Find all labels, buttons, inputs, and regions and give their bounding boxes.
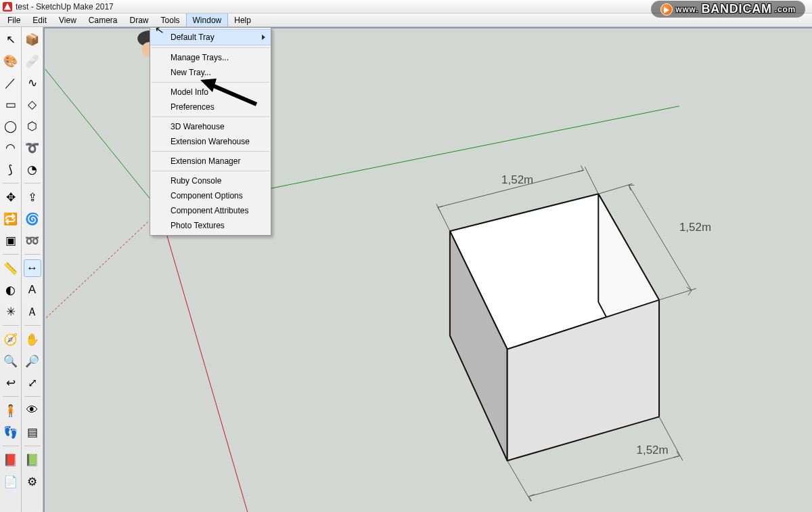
svg-marker-21 [200,79,217,92]
section-plane-tool[interactable]: ▤ [24,423,41,441]
rotated-rectangle-tool[interactable]: ◇ [24,95,41,113]
zoom-extents-tool[interactable]: ⤢ [24,374,41,391]
rectangle-tool[interactable]: ▭ [2,95,20,113]
followme-tool[interactable]: 🌀 [24,210,41,228]
3d-warehouse-tool[interactable]: 📕 [2,451,20,469]
bandicam-watermark: www. BANDICAM .com [651,1,805,18]
pushpull-tool[interactable]: ⇪ [24,188,41,206]
walk-tool[interactable]: 👣 [2,423,20,441]
send-to-layout-tool[interactable]: 📄 [2,473,20,490]
3pt-arc-tool[interactable]: ⟆ [2,161,20,178]
annotation-arrow [199,76,267,110]
window-menu-dropdown: Default TrayManage Trays...New Tray...Mo… [150,27,271,236]
select-tool[interactable]: ↖ [2,30,20,48]
previous-view-tool[interactable]: ↩ [2,374,20,391]
dimension-label-top: 1,52m [501,173,533,186]
menu-item-default-tray[interactable]: Default Tray [150,29,271,45]
3d-text-tool[interactable]: Ａ [24,303,41,320]
menu-view[interactable]: View [53,14,83,26]
move-tool[interactable]: ✥ [2,188,20,206]
svg-line-4 [45,211,160,319]
menu-item-component-attributes[interactable]: Component Attributes [150,203,271,218]
toolbar-column-2: 📦🩹∿◇⬡➰◔⇪🌀➿↔AＡ✋🔎⤢👁▤📗⚙ [22,27,43,512]
arc-tool[interactable]: ◠ [2,139,20,156]
offset-tool[interactable]: ➿ [24,232,41,249]
paint-bucket-tool[interactable]: 🎨 [2,52,20,70]
rotate-tool[interactable]: 🔁 [2,210,20,228]
menu-item-ruby-console[interactable]: Ruby Console [150,173,271,188]
protractor-tool[interactable]: ◐ [2,281,20,299]
orbit-tool[interactable]: 🧭 [2,330,20,348]
scale-tool[interactable]: ▣ [2,232,20,249]
window-title: test - SketchUp Make 2017 [16,2,114,12]
zoom-tool[interactable]: 🔍 [2,352,20,370]
menu-window[interactable]: Window [186,14,229,26]
axes-tool[interactable]: ✳ [2,303,20,320]
bandicam-logo-icon [660,3,673,16]
menu-item-manage-trays[interactable]: Manage Trays... [150,50,271,65]
eraser-tool[interactable]: 🩹 [24,52,41,70]
pie-tool[interactable]: ◔ [24,161,41,178]
dimension-label-right: 1,52m [679,221,711,234]
text-tool[interactable]: A [24,281,41,299]
svg-line-14 [598,184,632,194]
svg-line-20 [209,84,256,104]
line-tool[interactable]: ／ [2,74,20,91]
tape-measure-tool[interactable]: 📏 [2,259,20,277]
workspace: ↖🎨／▭◯◠⟆✥🔁▣📏◐✳🧭🔍↩🧍👣📕📄 📦🩹∿◇⬡➰◔⇪🌀➿↔AＡ✋🔎⤢👁▤📗… [0,27,812,512]
look-around-tool[interactable]: 👁 [24,402,41,419]
svg-line-12 [585,167,598,194]
polygon-tool[interactable]: ⬡ [24,117,41,135]
menu-edit[interactable]: Edit [26,14,53,26]
svg-line-17 [508,461,531,501]
2pt-arc-tool[interactable]: ➰ [24,139,41,156]
menu-item-photo-textures[interactable]: Photo Textures [150,218,271,233]
menu-item-3d-warehouse[interactable]: 3D Warehouse [150,119,271,134]
position-camera-tool[interactable]: 🧍 [2,402,20,419]
extension-manager-tool[interactable]: ⚙ [24,473,41,490]
submenu-caret-icon [262,35,265,40]
menu-draw[interactable]: Draw [124,14,155,26]
menu-item-component-options[interactable]: Component Options [150,188,271,203]
dimension-label-bottom: 1,52m [637,444,669,456]
pan-tool[interactable]: ✋ [24,330,41,348]
menu-camera[interactable]: Camera [83,14,124,26]
menu-item-extension-manager[interactable]: Extension Manager [150,154,271,169]
zoom-window-tool[interactable]: 🔎 [24,352,41,370]
app-icon [3,2,12,12]
circle-tool[interactable]: ◯ [2,117,20,135]
make-component-tool[interactable]: 📦 [24,30,41,48]
svg-line-3 [160,211,248,512]
extension-warehouse-tool[interactable]: 📗 [24,451,41,469]
toolbar-column-1: ↖🎨／▭◯◠⟆✥🔁▣📏◐✳🧭🔍↩🧍👣📕📄 [0,27,22,512]
svg-line-19 [529,456,679,496]
menu-item-extension-warehouse[interactable]: Extension Warehouse [150,134,271,149]
freehand-tool[interactable]: ∿ [24,74,41,91]
menu-help[interactable]: Help [228,14,257,26]
svg-line-0 [45,69,160,211]
dimension-tool[interactable]: ↔ [24,259,41,277]
menu-file[interactable]: File [1,14,26,26]
